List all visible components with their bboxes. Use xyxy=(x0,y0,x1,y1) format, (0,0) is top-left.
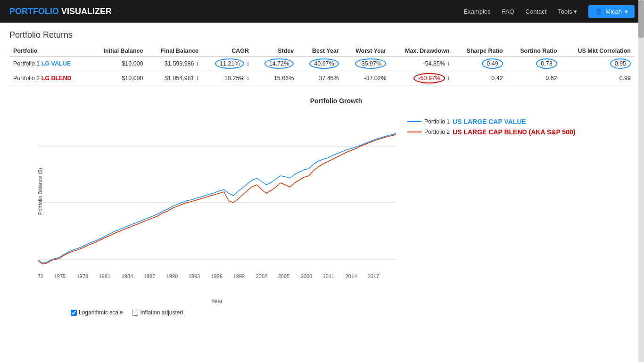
svg-text:1975: 1975 xyxy=(54,273,66,279)
returns-table: Portfolio Initial Balance Final Balance … xyxy=(9,46,635,86)
nav-examples[interactable]: Examples xyxy=(463,8,490,15)
p1-sortino-value: 0.73 xyxy=(536,58,557,69)
svg-text:1999: 1999 xyxy=(233,273,245,279)
col-final-balance: Final Balance xyxy=(147,46,202,57)
chart-wrap: Portfolio Balance ($) 1,000,000 100,000 … xyxy=(38,108,396,316)
p2-final-info-icon[interactable]: ℹ xyxy=(197,75,198,81)
user-dropdown-icon: ▾ xyxy=(625,8,628,15)
svg-text:1990: 1990 xyxy=(166,273,178,279)
legend-p1-name: US LARGE CAP VALUE xyxy=(453,118,526,125)
log-scale-checkbox-label[interactable]: Logarithmic scale xyxy=(71,309,123,316)
svg-text:2014: 2014 xyxy=(346,273,357,279)
chart-container: Portfolio Balance ($) 1,000,000 100,000 … xyxy=(14,108,635,316)
legend-line-p1 xyxy=(407,121,421,122)
p1-sharpe: 0.49 xyxy=(453,57,506,71)
p1-sharpe-value: 0.49 xyxy=(482,58,503,69)
col-stdev: Stdev xyxy=(253,46,297,57)
user-icon: 👤 xyxy=(595,8,603,15)
main-content: Portfolio Returns Portfolio Initial Bala… xyxy=(0,23,644,323)
p2-initial-balance: $10,000 xyxy=(90,71,147,86)
legend-p1-label: Portfolio 1 xyxy=(424,118,450,125)
table-row: Portfolio 1 LG VALUE $10,000 $1,599,986 … xyxy=(9,57,635,71)
logo-visualizer: VISUALIZER xyxy=(59,7,112,16)
nav-faq[interactable]: FAQ xyxy=(502,8,514,15)
svg-text:1984: 1984 xyxy=(122,273,133,279)
p2-worst-year: -37.02% xyxy=(343,71,390,86)
x-axis-label: Year xyxy=(38,298,396,304)
p1-us-corr: 0.95 xyxy=(561,57,635,71)
svg-text:1978: 1978 xyxy=(77,273,88,279)
col-max-drawdown: Max. Drawdown xyxy=(390,46,453,57)
p1-final-info-icon[interactable]: ℹ xyxy=(197,61,198,66)
nav-tools-dropdown[interactable]: Tools ▾ xyxy=(558,8,577,15)
svg-text:1981: 1981 xyxy=(99,273,110,279)
p1-stdev-value: 14.72% xyxy=(264,58,294,69)
p2-sortino: 0.62 xyxy=(507,71,561,86)
p2-cagr: 10.25% ℹ xyxy=(202,71,253,86)
p2-final-balance: $1,054,981 ℹ xyxy=(147,71,202,86)
col-portfolio: Portfolio xyxy=(9,46,90,57)
chart-title: Portfolio Growth xyxy=(38,97,635,105)
chart-controls: Logarithmic scale Inflation adjusted xyxy=(71,309,396,316)
p2-stdev: 15.06% xyxy=(253,71,297,86)
log-scale-checkbox[interactable] xyxy=(71,310,77,316)
col-us-corr: US Mkt Correlation xyxy=(561,46,635,57)
p2-name: Portfolio 2 LG BLEND xyxy=(9,71,90,86)
legend-line-p2 xyxy=(407,132,421,132)
x-axis: 1972 1975 1978 1981 1984 1987 1990 1993 … xyxy=(38,273,379,279)
inflation-adjusted-checkbox-label[interactable]: Inflation adjusted xyxy=(132,309,183,316)
user-menu-button[interactable]: 👤 Micah ▾ xyxy=(588,5,635,18)
svg-text:1996: 1996 xyxy=(211,273,223,279)
legend-item-p2: Portfolio 2 US LARGE CAP BLEND (AKA S&P … xyxy=(407,128,575,136)
p1-cagr-value: 11.21% xyxy=(215,58,244,69)
p1-final-balance: $1,599,986 ℹ xyxy=(147,57,202,71)
table-row: Portfolio 2 LG BLEND $10,000 $1,054,981 … xyxy=(9,71,635,86)
p2-max-drawdown-value: -50.97% xyxy=(413,73,445,83)
log-scale-label: Logarithmic scale xyxy=(79,309,123,316)
p2-max-drawdown: -50.97% ℹ xyxy=(390,71,453,86)
p1-cagr: 11.21% ℹ xyxy=(202,57,253,71)
p2-sharpe: 0.42 xyxy=(453,71,506,86)
p1-drawdown-info-icon[interactable]: ℹ xyxy=(447,61,449,66)
p1-best-year: 40.67% xyxy=(297,57,342,71)
col-sortino: Sortino Ratio xyxy=(507,46,561,57)
portfolio-growth-chart: 1,000,000 100,000 10,000 1972 1975 1978 … xyxy=(38,108,396,297)
scrollbar-thumb[interactable] xyxy=(638,0,644,38)
p1-worst-year-value: -35.97% xyxy=(355,58,387,69)
nav-contact[interactable]: Contact xyxy=(526,8,547,15)
user-name: Micah xyxy=(605,8,622,15)
p2-drawdown-info-icon[interactable]: ℹ xyxy=(447,75,449,81)
svg-text:2005: 2005 xyxy=(278,273,289,279)
site-logo: PORTFOLIO VISUALIZER xyxy=(9,7,112,16)
svg-text:1987: 1987 xyxy=(144,273,155,279)
chart-legend: Portfolio 1 US LARGE CAP VALUE Portfolio… xyxy=(396,108,575,139)
svg-text:1972: 1972 xyxy=(38,273,43,279)
p1-cagr-info-icon[interactable]: ℹ xyxy=(247,61,249,66)
p1-best-year-value: 40.67% xyxy=(309,58,339,69)
inflation-adjusted-checkbox[interactable] xyxy=(132,310,138,316)
p1-corr-value: 0.95 xyxy=(610,58,631,69)
p2-chart-line xyxy=(38,134,396,264)
svg-text:2008: 2008 xyxy=(301,273,312,279)
col-sharpe: Sharpe Ratio xyxy=(453,46,506,57)
col-best-year: Best Year xyxy=(297,46,342,57)
p2-us-corr: 0.99 xyxy=(561,71,635,86)
nav-links: Examples FAQ Contact Tools ▾ 👤 Micah ▾ xyxy=(463,5,635,18)
legend-item-p1: Portfolio 1 US LARGE CAP VALUE xyxy=(407,118,575,125)
y-axis-label: Portfolio Balance ($) xyxy=(37,168,43,215)
scrollbar[interactable] xyxy=(638,0,644,323)
col-initial-balance: Initial Balance xyxy=(90,46,147,57)
svg-text:2002: 2002 xyxy=(256,273,267,279)
p2-cagr-info-icon[interactable]: ℹ xyxy=(247,75,249,81)
p1-name: Portfolio 1 LG VALUE xyxy=(9,57,90,71)
svg-text:2017: 2017 xyxy=(368,273,379,279)
p2-label: LG BLEND xyxy=(41,75,72,82)
p1-worst-year: -35.97% xyxy=(343,57,390,71)
logo-portfolio: PORTFOLIO xyxy=(9,7,59,16)
col-cagr: CAGR xyxy=(202,46,253,57)
svg-text:2011: 2011 xyxy=(323,273,334,279)
table-header-row: Portfolio Initial Balance Final Balance … xyxy=(9,46,635,57)
legend-p2-name: US LARGE CAP BLEND (AKA S&P 500) xyxy=(453,128,575,136)
chart-section: Portfolio Growth Portfolio Balance ($) 1… xyxy=(9,97,635,316)
col-worst-year: Worst Year xyxy=(343,46,390,57)
